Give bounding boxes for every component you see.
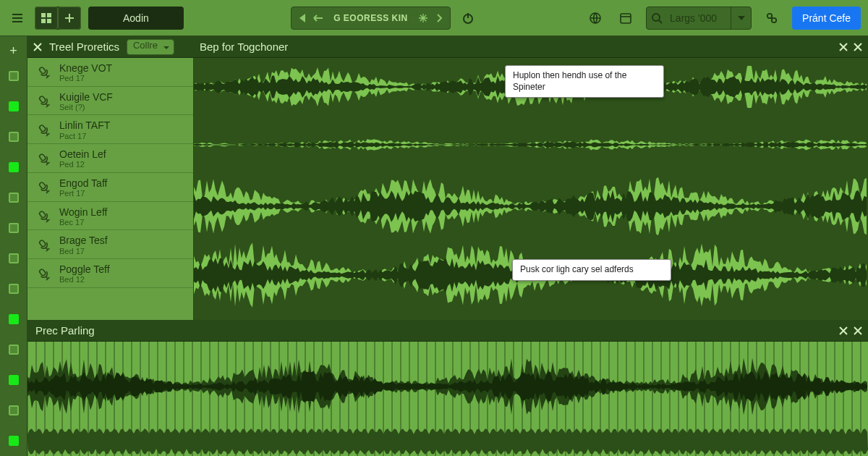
track-marker[interactable]: [9, 101, 19, 111]
track-marker[interactable]: [9, 193, 19, 203]
track-marker[interactable]: [9, 162, 19, 172]
track-row[interactable]: Engod TaffPert 17: [27, 173, 193, 202]
tracks-panel-title: Treel Proretics: [49, 41, 119, 53]
svg-rect-16: [39, 240, 46, 248]
track-info: Ped 12: [59, 160, 106, 169]
search-group: [646, 7, 752, 30]
search-dropdown-icon[interactable]: [731, 7, 751, 30]
track-name: Knege VOT: [59, 62, 112, 74]
mic-icon: [33, 148, 56, 170]
primary-action-button[interactable]: Pránt Cefe: [792, 7, 861, 30]
power-icon[interactable]: [458, 8, 478, 28]
track-name: Linlin TAFT: [59, 119, 110, 131]
mic-icon: [33, 234, 56, 256]
main-close2-icon[interactable]: [854, 43, 862, 51]
transport-snow-icon[interactable]: [415, 8, 431, 28]
mic-icon: [33, 206, 56, 228]
tracks-close-icon[interactable]: [33, 43, 42, 51]
track-info: Seit (?): [59, 103, 113, 112]
svg-rect-17: [39, 268, 46, 276]
add-button[interactable]: [58, 7, 81, 30]
track-name: Oetein Lef: [59, 148, 106, 160]
track-info: Pact 17: [59, 132, 110, 141]
svg-rect-11: [39, 96, 46, 104]
track-row[interactable]: Poggle TeffBed 12: [27, 259, 193, 288]
track-marker[interactable]: [9, 436, 19, 446]
mic-icon: [33, 177, 56, 199]
mic-icon: [33, 90, 56, 113]
svg-point-7: [652, 14, 660, 21]
track-marker[interactable]: [9, 345, 19, 355]
globe-icon[interactable]: [585, 8, 605, 28]
link-icon[interactable]: [762, 8, 782, 28]
lower-panel-header: x Prec Parling: [27, 320, 868, 342]
waveform-pane[interactable]: Huplon then hendh use of the Spineter Pu…: [194, 58, 868, 320]
track-marker[interactable]: [9, 405, 19, 415]
track-list: Knege VOTPed 17Kuigile VCFSeit (?)Linlin…: [27, 58, 194, 320]
project-title[interactable]: Aodin: [88, 7, 184, 30]
svg-rect-14: [39, 182, 46, 190]
transport-cluster: G EOORESS KIN: [291, 7, 451, 30]
svg-rect-0: [41, 13, 46, 17]
mic-icon: [33, 263, 56, 285]
svg-rect-13: [39, 153, 46, 161]
track-info: Bec 17: [59, 218, 107, 227]
track-marker[interactable]: [9, 375, 19, 385]
add-track-icon[interactable]: +: [0, 41, 27, 61]
transport-title: G EOORESS KIN: [326, 13, 415, 23]
track-info: Ped 17: [59, 74, 112, 83]
transport-stepback-icon[interactable]: [310, 8, 326, 28]
track-marker[interactable]: [9, 71, 19, 81]
track-marker[interactable]: [9, 314, 19, 324]
lower-close2-icon[interactable]: [854, 326, 862, 335]
track-name: Poggle Teff: [59, 263, 110, 275]
tracks-filter-select[interactable]: Collre: [127, 39, 174, 55]
track-row[interactable]: Kuigile VCFSeit (?): [27, 87, 193, 116]
svg-rect-15: [39, 211, 46, 219]
menu-icon[interactable]: [7, 8, 27, 28]
grid-add-group: [35, 7, 81, 30]
svg-rect-3: [47, 19, 51, 23]
transport-next-icon[interactable]: [431, 8, 447, 28]
track-marker[interactable]: [9, 284, 19, 294]
cale-icon[interactable]: [616, 8, 636, 28]
track-info: Bed 12: [59, 275, 110, 284]
svg-rect-2: [41, 19, 46, 23]
search-icon[interactable]: [647, 12, 667, 24]
search-input[interactable]: [667, 12, 731, 24]
track-name: Wogin Leff: [59, 206, 107, 218]
track-name: Brage Tesf: [59, 235, 108, 246]
track-row[interactable]: Knege VOTPed 17: [27, 58, 193, 87]
track-info: Bed 17: [59, 247, 108, 256]
track-row[interactable]: Oetein LefPed 12: [27, 144, 193, 173]
svg-rect-6: [621, 14, 631, 23]
track-name: Engod Taff: [59, 177, 107, 189]
lower-panel-title: Prec Parling: [35, 324, 95, 337]
tooltip-note-b: Pusk cor ligh cary sel adferds: [512, 259, 671, 281]
main-close-icon[interactable]: [839, 43, 848, 51]
track-row[interactable]: Wogin LeffBec 17: [27, 202, 193, 231]
transport-prev-icon[interactable]: [294, 8, 310, 28]
track-info: Pert 17: [59, 189, 107, 198]
tracks-panel-header: Treel Proretics Collre: [27, 36, 194, 58]
svg-rect-1: [47, 13, 51, 17]
mic-icon: [33, 62, 56, 84]
lower-close-icon[interactable]: [839, 326, 848, 335]
grid-icon[interactable]: [35, 7, 58, 30]
workspace: + Treel Proretics Collre Bep for Togchon…: [0, 36, 868, 456]
track-marker[interactable]: [9, 253, 19, 263]
marker-strip: +: [0, 36, 27, 456]
tooltip-note-a: Huplon then hendh use of the Spineter: [505, 65, 664, 98]
main-panel-title: Bep for Togchoner: [200, 41, 288, 53]
track-name: Kuigile VCF: [59, 91, 113, 103]
track-row[interactable]: Linlin TAFTPact 17: [27, 115, 193, 144]
svg-rect-12: [39, 124, 46, 132]
svg-point-9: [772, 17, 776, 22]
detail-waveform[interactable]: [27, 342, 868, 456]
main-panel-header: Bep for Togchoner: [194, 36, 868, 58]
track-marker[interactable]: [9, 223, 19, 233]
svg-point-8: [767, 13, 772, 17]
top-bar: Aodin G EOORESS KIN: [0, 0, 868, 36]
track-row[interactable]: Brage TesfBed 17: [27, 230, 193, 259]
track-marker[interactable]: [9, 132, 19, 142]
